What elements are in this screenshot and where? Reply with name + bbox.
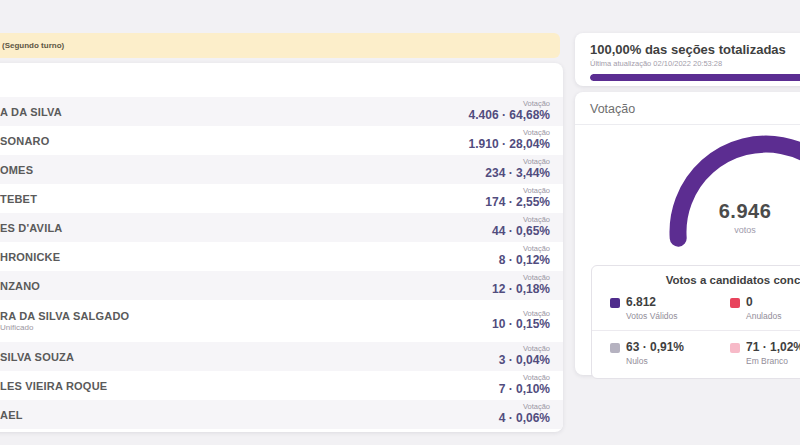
legend-title: Votos a candidatos concorrentes — [592, 274, 800, 286]
votacao-value: 8 · 0,12% — [499, 254, 550, 268]
candidate-name: AEL — [0, 409, 23, 421]
legend-item-annulled[interactable]: 0 Anulados — [730, 296, 800, 321]
candidate-row[interactable]: HRONICKE Votação8 · 0,12% — [0, 242, 563, 271]
candidate-name: NZANO — [0, 280, 40, 292]
candidate-sublabel: Unificado — [0, 323, 129, 332]
candidate-row[interactable]: TEBET Votação174 · 2,55% — [0, 184, 563, 213]
legend-value: 6.812 — [626, 296, 678, 309]
candidate-row[interactable]: LES VIEIRA ROQUE Votação7 · 0,10% — [0, 371, 563, 400]
totalization-progress-fill — [590, 74, 800, 81]
votacao-value: 174 · 2,55% — [485, 196, 550, 210]
votacao-value: 3 · 0,04% — [499, 354, 550, 368]
total-votes-unit: votos — [695, 225, 795, 235]
candidate-name: TEBET — [0, 193, 37, 205]
annulled-swatch — [730, 298, 740, 308]
total-votes-value: 6.946 — [695, 200, 795, 223]
votacao-value: 4 · 0,06% — [499, 412, 550, 426]
candidate-row[interactable]: RA DA SILVA SALGADO Unificado Votação10 … — [0, 300, 563, 342]
legend-item-null-votes[interactable]: 63 · 0,91% Nulos — [610, 341, 730, 366]
legend-label: Nulos — [626, 356, 684, 366]
results-card: A DA SILVA Votação4.406 · 64,68% SONARO … — [0, 63, 563, 432]
candidate-row[interactable]: OMES Votação234 · 3,44% — [0, 155, 563, 184]
votacao-value: 44 · 0,65% — [492, 225, 550, 239]
votacao-value: 234 · 3,44% — [485, 167, 550, 181]
legend-label: Anulados — [746, 311, 781, 321]
legend-label: Em Branco — [746, 356, 800, 366]
candidate-name: ES D'AVILA — [0, 222, 62, 234]
legend-item-valid-votes[interactable]: 6.812 Votos Válidos — [610, 296, 730, 321]
valid-votes-swatch — [610, 298, 620, 308]
candidate-name: OMES — [0, 164, 33, 176]
totalization-last-update: Última atualização 02/10/2022 20:53:28 — [590, 59, 800, 68]
candidate-name: RA DA SILVA SALGADO — [0, 310, 129, 322]
round-banner-label: (Segundo turno) — [2, 41, 64, 50]
votacao-value: 12 · 0,18% — [492, 283, 550, 297]
candidate-row[interactable]: SONARO Votação1.910 · 28,04% — [0, 126, 563, 155]
totalization-card: 100,00% das seções totalizadas Última at… — [575, 33, 800, 86]
candidate-name: A DA SILVA — [0, 106, 62, 118]
votacao-card: Votação 6.946 votos Votos a candidatos c… — [575, 92, 800, 375]
legend-divider — [592, 330, 800, 331]
votacao-value: 4.406 · 64,68% — [469, 109, 550, 123]
round-banner: (Segundo turno) — [0, 33, 560, 58]
legend-label: Votos Válidos — [626, 311, 678, 321]
votacao-value: 7 · 0,10% — [499, 383, 550, 397]
candidate-row[interactable]: NZANO Votação12 · 0,18% — [0, 271, 563, 300]
candidate-name: SILVA SOUZA — [0, 351, 74, 363]
candidate-name: LES VIEIRA ROQUE — [0, 380, 107, 392]
legend-value: 0 — [746, 296, 781, 309]
candidate-row[interactable]: A DA SILVA Votação4.406 · 64,68% — [0, 97, 563, 126]
null-votes-swatch — [610, 343, 620, 353]
candidate-name: SONARO — [0, 135, 49, 147]
legend-item-blank-votes[interactable]: 71 · 1,02% Em Branco — [730, 341, 800, 366]
candidate-row[interactable]: SILVA SOUZA Votação3 · 0,04% — [0, 342, 563, 371]
votes-legend-box: Votos a candidatos concorrentes 6.812 Vo… — [591, 265, 800, 379]
legend-value: 71 · 1,02% — [746, 341, 800, 354]
legend-row: 63 · 0,91% Nulos 71 · 1,02% Em Branco — [610, 341, 800, 366]
candidate-name: HRONICKE — [0, 251, 60, 263]
votacao-value: 10 · 0,15% — [492, 318, 550, 332]
legend-value: 63 · 0,91% — [626, 341, 684, 354]
votacao-value: 1.910 · 28,04% — [469, 138, 550, 152]
gauge-center-text: 6.946 votos — [695, 200, 795, 235]
legend-row: 6.812 Votos Válidos 0 Anulados — [610, 296, 800, 321]
blank-votes-swatch — [730, 343, 740, 353]
candidate-row[interactable]: AEL Votação4 · 0,06% — [0, 400, 563, 429]
totalization-progress-bar — [590, 74, 800, 81]
candidate-row[interactable]: ES D'AVILA Votação44 · 0,65% — [0, 213, 563, 242]
candidate-list: A DA SILVA Votação4.406 · 64,68% SONARO … — [0, 97, 563, 429]
totalization-title: 100,00% das seções totalizadas — [590, 42, 800, 57]
